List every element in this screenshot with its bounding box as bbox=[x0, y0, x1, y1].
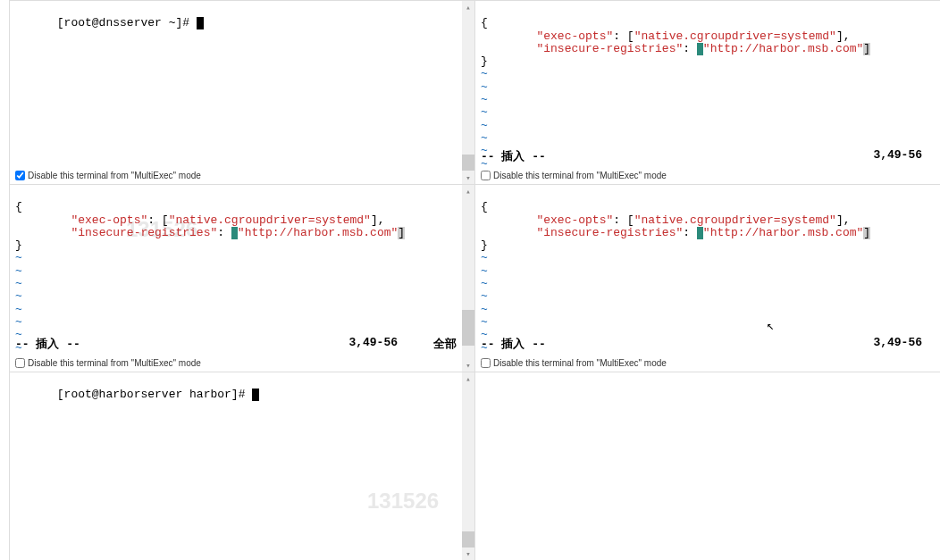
terminal-pane-top-left[interactable]: [root@dnsserver ~]# ▴ ▾ Disable this ter… bbox=[9, 0, 474, 184]
scroll-down-icon[interactable]: ▾ bbox=[462, 359, 474, 372]
terminal-pane-bottom-right[interactable] bbox=[474, 372, 940, 560]
vim-mode: -- 插入 -- bbox=[481, 148, 546, 164]
terminal-content[interactable]: { "exec-opts": ["native.cgroupdriver=sys… bbox=[475, 185, 940, 354]
terminal-content[interactable] bbox=[475, 372, 940, 542]
terminal-content[interactable]: { "exec-opts": ["native.cgroupdriver=sys… bbox=[10, 185, 474, 354]
scrollbar[interactable]: ▴ ▾ bbox=[462, 1, 474, 184]
terminal-pane-bottom-left[interactable]: 131526 [root@harborserver harbor]# ▴ ▾ bbox=[9, 372, 474, 560]
multiexec-checkbox[interactable] bbox=[481, 171, 491, 180]
scroll-down-icon[interactable]: ▾ bbox=[462, 171, 474, 184]
scroll-up-icon[interactable]: ▴ bbox=[462, 1, 474, 13]
cursor-icon bbox=[252, 389, 259, 401]
cursor-icon bbox=[697, 227, 703, 239]
vim-mode: -- 插入 -- bbox=[481, 336, 546, 352]
multiexec-checkbox-row: Disable this terminal from "MultiExec" m… bbox=[10, 354, 460, 372]
vim-position: 3,49-56 bbox=[873, 148, 922, 164]
multiexec-checkbox[interactable] bbox=[15, 171, 25, 180]
terminal-content[interactable]: [root@dnsserver ~]# bbox=[10, 1, 474, 166]
cursor-icon bbox=[231, 227, 238, 239]
shell-prompt: [root@dnsserver ~]# bbox=[57, 16, 197, 29]
json-open-brace: { bbox=[481, 16, 488, 29]
multiexec-label: Disable this terminal from "MultiExec" m… bbox=[28, 171, 201, 180]
terminal-content[interactable]: { "exec-opts": ["native.cgroupdriver=sys… bbox=[475, 1, 940, 166]
vim-status-line: -- 插入 -- 3,49-56 bbox=[481, 336, 922, 352]
multiexec-label: Disable this terminal from "MultiExec" m… bbox=[493, 171, 667, 180]
cursor-icon bbox=[197, 17, 204, 29]
cursor-icon bbox=[697, 43, 703, 55]
shell-prompt: [root@harborserver harbor]# bbox=[57, 388, 252, 401]
scroll-down-icon[interactable]: ▾ bbox=[462, 547, 474, 560]
terminal-pane-middle-left[interactable]: 131526 { "exec-opts": ["native.cgroupdri… bbox=[9, 184, 474, 372]
multiexec-label: Disable this terminal from "MultiExec" m… bbox=[28, 358, 201, 368]
vim-status-line: -- 插入 -- 3,49-56 bbox=[481, 148, 922, 164]
multiexec-checkbox[interactable] bbox=[481, 358, 491, 368]
vim-position: 3,49-56 bbox=[873, 336, 922, 352]
multiexec-label: Disable this terminal from "MultiExec" m… bbox=[493, 358, 667, 368]
terminal-pane-middle-right[interactable]: { "exec-opts": ["native.cgroupdriver=sys… bbox=[474, 184, 940, 372]
scroll-thumb[interactable] bbox=[462, 155, 474, 171]
multiexec-checkbox-row: Disable this terminal from "MultiExec" m… bbox=[10, 166, 460, 184]
terminal-content[interactable]: [root@harborserver harbor]# bbox=[10, 372, 474, 542]
multiexec-checkbox-row: Disable this terminal from "MultiExec" m… bbox=[475, 354, 926, 372]
multiexec-checkbox-row: Disable this terminal from "MultiExec" m… bbox=[475, 166, 926, 184]
terminal-pane-top-right[interactable]: { "exec-opts": ["native.cgroupdriver=sys… bbox=[474, 0, 940, 184]
